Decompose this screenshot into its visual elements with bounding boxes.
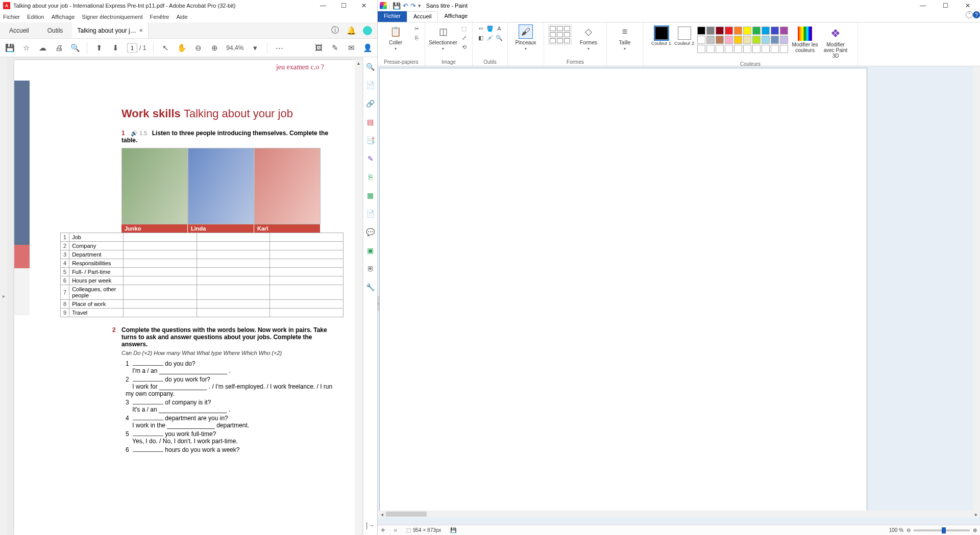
zoom-in-icon[interactable]: ⊕: [210, 43, 219, 53]
palette-swatch[interactable]: [697, 27, 705, 35]
chevron-down-icon[interactable]: ▾: [251, 43, 260, 53]
zoom-value[interactable]: 94,4%: [226, 44, 243, 52]
paint-titlebar[interactable]: | 💾 ↶ ↷ ▾ Sans titre - Paint — ☐ ✕: [378, 0, 980, 11]
zoom-slider[interactable]: [914, 529, 970, 531]
palette-swatch[interactable]: [780, 27, 788, 35]
copy-icon[interactable]: ⎘: [412, 34, 421, 42]
tab-file[interactable]: Fichier: [378, 11, 407, 22]
organize-icon[interactable]: ⎘: [366, 172, 375, 182]
palette-swatch[interactable]: [780, 36, 788, 44]
pointer-icon[interactable]: ↖: [161, 43, 170, 53]
edit-pdf-icon[interactable]: ▤: [366, 117, 375, 126]
zoom-out-icon[interactable]: ⊖: [193, 43, 203, 53]
brushes-button[interactable]: 🖌 Pinceaux ▾: [512, 24, 540, 51]
paint-maximize-button[interactable]: ☐: [935, 0, 955, 11]
shapes-gallery[interactable]: [548, 24, 572, 45]
palette-swatch[interactable]: [752, 45, 761, 53]
bell-icon[interactable]: 🔔: [347, 26, 356, 35]
cut-icon[interactable]: ✂: [412, 24, 421, 33]
palette-swatch[interactable]: [752, 27, 761, 35]
vertical-scrollbar[interactable]: ▴: [355, 60, 362, 535]
more-tools-icon[interactable]: 🔧: [366, 283, 375, 292]
palette-swatch[interactable]: [734, 36, 742, 44]
palette-swatch[interactable]: [743, 27, 751, 35]
sign-icon[interactable]: ✎: [366, 154, 375, 163]
palette-swatch[interactable]: [780, 45, 788, 53]
palette-swatch[interactable]: [706, 27, 715, 35]
mail-icon[interactable]: ✉: [347, 43, 356, 53]
palette-swatch[interactable]: [743, 36, 751, 44]
protect-icon[interactable]: ⛨: [366, 264, 375, 273]
menu-help[interactable]: Aide: [177, 14, 188, 20]
palette-swatch[interactable]: [743, 45, 751, 53]
palette-swatch[interactable]: [762, 45, 770, 53]
print-icon[interactable]: 🖨: [54, 43, 63, 53]
palette-swatch[interactable]: [725, 27, 733, 35]
paint3d-button[interactable]: ❖ Modifier avec Paint 3D: [822, 27, 849, 59]
tab-document[interactable]: Talking about your j… ×: [72, 22, 148, 38]
send-comments-icon[interactable]: 📄: [366, 209, 375, 218]
picker-icon[interactable]: 💉: [486, 34, 494, 42]
palette-swatch[interactable]: [706, 45, 715, 53]
paste-button[interactable]: 📋 Coller ▾: [382, 24, 409, 51]
fill-icon[interactable]: 🪣: [486, 24, 494, 33]
palette-swatch[interactable]: [725, 36, 733, 44]
page-current-input[interactable]: [127, 43, 137, 53]
rotate-icon[interactable]: ⟲: [460, 43, 468, 51]
palette-swatch[interactable]: [697, 36, 705, 44]
paint-vscroll[interactable]: [973, 66, 980, 511]
paint-minimize-button[interactable]: —: [913, 0, 933, 11]
palette-swatch[interactable]: [734, 45, 742, 53]
select-button[interactable]: ◫ Sélectionner ▾: [429, 24, 457, 51]
canvas[interactable]: [380, 68, 867, 512]
qat-undo-icon[interactable]: ↶: [403, 2, 408, 10]
minimize-button[interactable]: —: [313, 0, 333, 11]
star-icon[interactable]: ☆: [21, 43, 31, 53]
palette-swatch[interactable]: [716, 27, 724, 35]
tab-home[interactable]: Accueil: [407, 11, 438, 22]
help-icon[interactable]: ⓘ: [330, 26, 339, 35]
tab-tools[interactable]: Outils: [38, 22, 72, 38]
palette-swatch[interactable]: [762, 27, 770, 35]
palette-swatch[interactable]: [734, 27, 742, 35]
palette-swatch[interactable]: [725, 45, 733, 53]
paint-close-button[interactable]: ✕: [958, 0, 978, 11]
export-pdf-icon[interactable]: 📑: [366, 136, 375, 145]
create-pdf-icon[interactable]: 📄: [366, 81, 375, 90]
palette-swatch[interactable]: [697, 45, 705, 53]
scan-icon[interactable]: ▣: [366, 246, 375, 255]
acrobat-titlebar[interactable]: A Talking about your job - International…: [0, 0, 377, 11]
page-up-icon[interactable]: ⬆: [94, 43, 104, 53]
share-icon[interactable]: 👤: [363, 43, 372, 53]
color1-button[interactable]: Couleur 1: [651, 27, 671, 46]
document-viewport[interactable]: jeu examen c.o ? Work skills Talking abo…: [7, 57, 377, 535]
highlight-icon[interactable]: ✎: [330, 43, 339, 53]
size-button[interactable]: ≡ Taille ▾: [611, 24, 639, 51]
zoom-in-button[interactable]: ⊕: [973, 527, 977, 533]
palette-swatch[interactable]: [752, 36, 761, 44]
save-icon[interactable]: 💾: [5, 43, 14, 53]
shapes-button[interactable]: ◇ Formes ▾: [575, 24, 602, 51]
resize-icon[interactable]: ⤢: [460, 34, 468, 42]
search-page-icon[interactable]: 🔍: [366, 62, 375, 71]
left-grip[interactable]: ▸: [378, 296, 379, 311]
menu-sign[interactable]: Signer électroniquement: [82, 14, 142, 20]
stamp-icon[interactable]: 🖼: [314, 43, 323, 53]
menu-view[interactable]: Affichage: [52, 14, 75, 20]
tab-close-icon[interactable]: ×: [139, 27, 143, 34]
palette-swatch[interactable]: [771, 27, 779, 35]
paint-hscroll[interactable]: ◂▸: [378, 511, 980, 518]
text-icon[interactable]: A: [495, 24, 503, 33]
pencil-icon[interactable]: ✏: [477, 24, 485, 33]
palette-swatch[interactable]: [716, 45, 724, 53]
account-avatar[interactable]: [363, 26, 372, 35]
palette-swatch[interactable]: [706, 36, 715, 44]
palette-swatch[interactable]: [716, 36, 724, 44]
eraser-icon[interactable]: ◧: [477, 34, 485, 42]
menu-edit[interactable]: Edition: [27, 14, 44, 20]
hand-icon[interactable]: ✋: [177, 43, 186, 53]
crop-icon[interactable]: ⬚: [460, 24, 468, 33]
color2-button[interactable]: Couleur 2: [674, 27, 694, 46]
zoom-out-button[interactable]: ⊖: [906, 527, 911, 533]
page-down-icon[interactable]: ⬇: [111, 43, 120, 53]
